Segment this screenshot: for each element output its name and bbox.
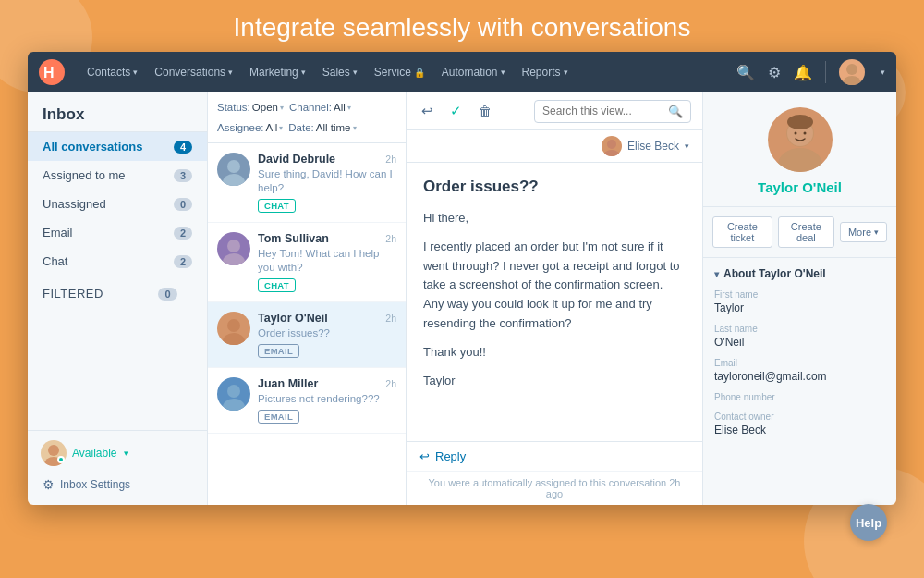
chevron-down-icon: ▾ — [133, 68, 138, 77]
svg-point-4 — [48, 445, 59, 456]
avatar-chevron-icon[interactable]: ▾ — [881, 68, 885, 77]
svg-point-19 — [787, 115, 813, 129]
search-icon[interactable]: 🔍 — [668, 105, 683, 118]
inbox-settings-link[interactable]: ⚙ Inbox Settings — [41, 473, 194, 496]
nav-service[interactable]: Service 🔒 — [367, 62, 432, 82]
chevron-down-icon: ▾ — [124, 449, 128, 458]
delete-icon[interactable]: 🗑 — [475, 100, 495, 122]
navbar-divider — [825, 61, 826, 83]
auto-assign-note: You were automatically assigned to this … — [407, 471, 702, 505]
taylor-conv-body: Taylor O'Neil 2h Order issues?? EMAIL — [258, 312, 396, 358]
search-icon[interactable]: 🔍 — [736, 64, 755, 81]
channel-filter[interactable]: Channel: All ▾ — [289, 100, 351, 115]
notifications-icon[interactable]: 🔔 — [794, 64, 812, 81]
conversation-item-tom[interactable]: Tom Sullivan 2h Hey Tom! What can I help… — [208, 223, 406, 302]
contact-avatar — [768, 107, 833, 172]
more-button[interactable]: More ▾ — [840, 222, 887, 242]
conversation-filters: Status: Open ▾ Channel: All ▾ Assignee: … — [208, 92, 406, 143]
assignee-avatar — [602, 136, 622, 156]
sidebar-footer: Available ▾ ⚙ Inbox Settings — [28, 430, 207, 505]
assignee-filter[interactable]: Assignee: All ▾ — [217, 120, 283, 135]
chevron-down-icon: ▾ — [564, 68, 568, 77]
tom-avatar — [217, 232, 250, 265]
svg-point-21 — [803, 132, 806, 135]
search-view-input[interactable] — [542, 105, 663, 117]
reply-button[interactable]: ↩ Reply — [419, 449, 466, 463]
juan-avatar — [217, 377, 250, 411]
contact-panel: Taylor O'Neil Create ticket Create deal … — [702, 92, 896, 505]
main-content: Inbox All conversations 4 Assigned to me… — [28, 92, 896, 505]
svg-point-20 — [794, 132, 796, 135]
conversation-list: Status: Open ▾ Channel: All ▾ Assignee: … — [208, 92, 407, 505]
tom-conv-body: Tom Sullivan 2h Hey Tom! What can I help… — [258, 232, 396, 292]
chevron-down-icon: ▾ — [685, 141, 689, 151]
svg-point-11 — [223, 333, 245, 345]
chevron-down-icon: ▾ — [280, 104, 284, 112]
conversation-item-david[interactable]: David Debrule 2h Sure thing, David! How … — [208, 143, 406, 223]
david-conv-body: David Debrule 2h Sure thing, David! How … — [258, 153, 396, 213]
taylor-avatar — [217, 312, 250, 345]
chevron-down-icon: ▾ — [228, 68, 233, 77]
status-filter[interactable]: Status: Open ▾ — [217, 100, 284, 115]
status-indicator — [57, 456, 65, 463]
user-avatar[interactable] — [839, 59, 865, 85]
nav-contacts[interactable]: Contacts ▾ — [79, 62, 145, 82]
sidebar-item-unassigned[interactable]: Unassigned 0 — [28, 190, 207, 218]
contact-header: Taylor O'Neil — [703, 92, 896, 207]
chevron-down-icon: ▾ — [347, 104, 351, 112]
hubspot-logo[interactable]: H — [39, 59, 65, 85]
sidebar-item-all-conversations[interactable]: All conversations 4 — [28, 132, 207, 161]
sidebar-item-assigned-to-me[interactable]: Assigned to me 3 — [28, 161, 207, 190]
svg-point-3 — [843, 76, 861, 85]
contact-name: Taylor O'Neil — [758, 179, 842, 195]
sidebar-item-email[interactable]: Email 2 — [28, 218, 207, 247]
nav-reports[interactable]: Reports ▾ — [515, 62, 576, 82]
help-button[interactable]: Help — [850, 504, 887, 541]
svg-point-10 — [227, 319, 240, 332]
svg-point-9 — [223, 253, 245, 265]
nav-marketing[interactable]: Marketing ▾ — [242, 62, 313, 82]
lock-icon: 🔒 — [414, 68, 425, 78]
check-icon[interactable]: ✓ — [446, 99, 466, 123]
chevron-down-icon: ▾ — [501, 68, 505, 77]
nav-sales[interactable]: Sales ▾ — [315, 62, 365, 82]
chevron-down-icon: ▾ — [301, 68, 306, 77]
nav-conversations[interactable]: Conversations ▾ — [147, 62, 240, 82]
search-view-container: 🔍 — [534, 100, 691, 123]
sidebar-item-filtered[interactable]: Filtered 0 — [43, 285, 192, 308]
conversation-item-juan[interactable]: Juan Miller 2h Pictures not rendering???… — [208, 368, 406, 434]
create-deal-button[interactable]: Create deal — [778, 216, 834, 248]
svg-text:H: H — [43, 65, 55, 80]
chevron-down-icon: ▾ — [279, 124, 283, 132]
reply-icon: ↩ — [419, 449, 430, 463]
message-subject: Order issues?? — [423, 178, 686, 196]
svg-point-8 — [227, 240, 240, 252]
chevron-down-icon: ▾ — [353, 124, 357, 132]
message-body: Order issues?? Hi there, I recently plac… — [407, 163, 702, 441]
settings-icon[interactable]: ⚙ — [768, 64, 781, 81]
user-status[interactable]: Available ▾ — [41, 440, 194, 466]
conversation-items: David Debrule 2h Sure thing, David! How … — [208, 143, 406, 505]
sidebar: Inbox All conversations 4 Assigned to me… — [28, 92, 208, 505]
contact-field-lastname: Last name O'Neil — [714, 324, 885, 349]
create-ticket-button[interactable]: Create ticket — [712, 216, 772, 248]
message-footer: ↩ Reply — [407, 441, 702, 471]
contact-section-title: ▾ About Taylor O'Neil — [714, 267, 885, 280]
svg-point-13 — [223, 399, 245, 411]
contact-field-email: Email tayloroneil@gmail.com — [714, 358, 885, 383]
sidebar-item-chat[interactable]: Chat 2 — [28, 247, 207, 276]
sidebar-nav: All conversations 4 Assigned to me 3 Una… — [28, 132, 207, 430]
assignee-selector[interactable]: Elise Beck ▾ — [602, 136, 689, 156]
nav-automation[interactable]: Automation ▾ — [434, 62, 513, 82]
conversation-item-taylor[interactable]: Taylor O'Neil 2h Order issues?? EMAIL — [208, 302, 406, 368]
contact-actions: Create ticket Create deal More ▾ — [703, 207, 896, 258]
svg-point-6 — [227, 160, 240, 173]
contact-field-phone: Phone number — [714, 392, 885, 402]
chevron-down-icon: ▾ — [874, 228, 879, 237]
contact-info: ▾ About Taylor O'Neil First name Taylor … — [703, 258, 896, 455]
date-filter[interactable]: Date: All time ▾ — [288, 120, 356, 135]
message-text: Hi there, I recently placed an order but… — [423, 209, 686, 390]
navbar-actions: 🔍 ⚙ 🔔 ▾ — [736, 59, 885, 85]
back-icon[interactable]: ↩ — [418, 99, 437, 123]
chevron-down-icon: ▾ — [353, 68, 358, 77]
